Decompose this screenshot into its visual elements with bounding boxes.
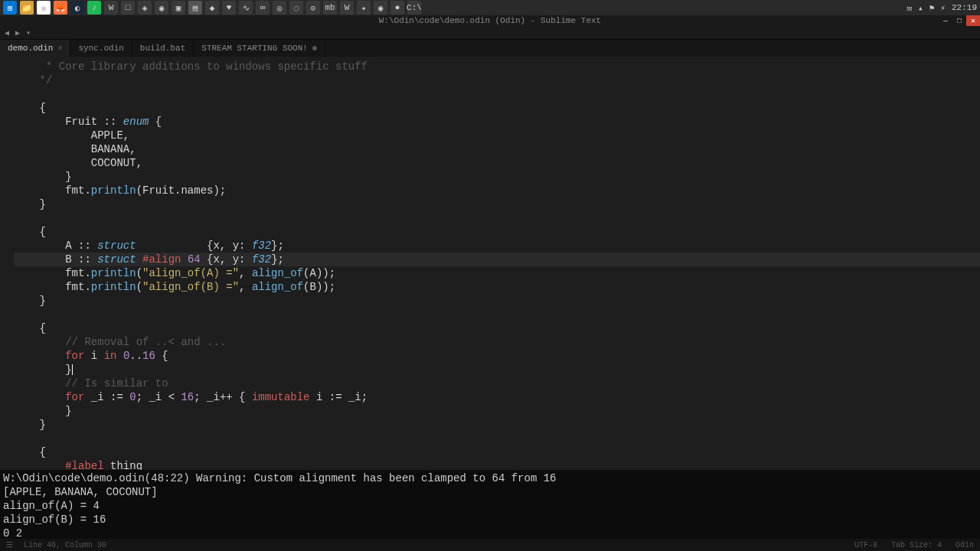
code-text: { xyxy=(14,226,46,238)
tab-label: STREAM STARTING SOON! xyxy=(201,44,308,53)
code-text: } xyxy=(14,364,72,376)
tab-build-bat[interactable]: build.bat xyxy=(132,40,194,57)
code-text: }; xyxy=(271,240,284,252)
tab-close-icon[interactable]: × xyxy=(57,44,62,53)
code-text: } xyxy=(14,171,72,183)
cursor-position[interactable]: Line 46, Column 30 xyxy=(24,541,106,549)
app-icon-14[interactable]: W xyxy=(340,1,354,15)
app-icon-13[interactable]: mb xyxy=(323,1,337,15)
code-text: // Removal of ..< and ... xyxy=(65,336,226,348)
status-right: UTF-8 Tab Size: 4 Odin xyxy=(854,541,974,549)
code-text: APPLE, xyxy=(14,129,129,142)
code-text: for xyxy=(65,350,84,362)
tab-stream-starting[interactable]: STREAM STARTING SOON! xyxy=(194,40,325,57)
console-text: align_of(B) = 16 xyxy=(3,513,977,527)
code-text: (A)); xyxy=(303,267,335,279)
app-icon-10[interactable]: ◎ xyxy=(273,1,286,15)
spotify-icon[interactable]: ♪ xyxy=(87,1,101,15)
sublime-icon[interactable]: ▤ xyxy=(188,1,202,15)
app-icon-16[interactable]: ◉ xyxy=(374,1,387,15)
tab-label: demo.odin xyxy=(8,44,53,53)
tray-network-icon[interactable]: ⚡ xyxy=(940,3,946,13)
app-icon-12[interactable]: ⊙ xyxy=(306,1,320,15)
code-text: f32 xyxy=(252,240,271,252)
code-text: } xyxy=(14,419,46,431)
app-icon-4[interactable]: ◉ xyxy=(155,1,168,15)
code-text: align_of xyxy=(252,267,303,279)
clock[interactable]: 22:19 xyxy=(952,3,977,12)
console-text: W:\Odin\code\demo.odin(48:22) Warning: C… xyxy=(3,471,977,485)
status-left: ☰ Line 46, Column 30 xyxy=(6,540,106,549)
app-icon-17[interactable]: ● xyxy=(390,1,404,15)
code-text xyxy=(14,211,980,225)
code-text xyxy=(14,308,980,321)
panel-switcher-icon[interactable]: ☰ xyxy=(6,541,13,549)
window-title-bar: W:\Odin\code\demo.odin (Odin) - Sublime … xyxy=(0,15,980,26)
code-text: // Is similar to xyxy=(65,377,168,390)
minimize-button[interactable]: — xyxy=(939,15,952,26)
syntax[interactable]: Odin xyxy=(956,541,974,549)
code-editor[interactable]: * Core library additions to windows spec… xyxy=(0,57,980,470)
code-text xyxy=(14,336,65,348)
app-icon-6[interactable]: ◆ xyxy=(205,1,219,15)
window-title: W:\Odin\code\demo.odin (Odin) - Sublime … xyxy=(379,16,601,25)
chrome-icon[interactable]: ◉ xyxy=(37,1,51,15)
app-icon-8[interactable]: ∿ xyxy=(239,1,253,15)
system-tray: ✉ ▴ ⚑ ⚡ 22:19 xyxy=(906,3,977,13)
app-icon-11[interactable]: ◌ xyxy=(289,1,303,15)
close-button[interactable]: ✕ xyxy=(966,15,980,26)
code-text: println xyxy=(91,184,136,197)
explorer-icon[interactable]: 📁 xyxy=(20,1,34,15)
code-text: {x, y: xyxy=(136,240,252,252)
code-text: * Core library additions to windows spec… xyxy=(14,60,368,73)
start-icon[interactable]: ⊞ xyxy=(3,1,17,15)
app-icon-cmd[interactable]: C:\ xyxy=(407,1,421,15)
tray-arrow-icon[interactable]: ▴ xyxy=(918,3,923,13)
encoding[interactable]: UTF-8 xyxy=(854,541,877,549)
window-controls: — □ ✕ xyxy=(939,15,980,26)
code-text: (B)); xyxy=(303,281,335,293)
app-icon-2[interactable]: □ xyxy=(121,1,135,15)
tray-envelope-icon[interactable]: ✉ xyxy=(906,3,912,13)
app-icon-9[interactable]: ∞ xyxy=(256,1,270,15)
code-text: (Fruit.names); xyxy=(136,184,227,197)
app-icon-1[interactable]: W xyxy=(104,1,118,15)
code-text: in xyxy=(104,350,117,362)
code-text: { xyxy=(14,446,46,458)
app-icon-3[interactable]: ◈ xyxy=(138,1,152,15)
tab-bar: demo.odin × sync.odin build.bat STREAM S… xyxy=(0,40,980,57)
app-icon-7[interactable]: ♥ xyxy=(222,1,236,15)
os-taskbar: ⊞ 📁 ◉ 🦊 ◐ ♪ W □ ◈ ◉ ▣ ▤ ◆ ♥ ∿ ∞ ◎ ◌ ⊙ mb… xyxy=(0,0,980,15)
code-text: }; xyxy=(271,253,284,266)
code-text: immutable xyxy=(252,391,310,403)
app-icon-15[interactable]: ✦ xyxy=(357,1,371,15)
code-text: thing xyxy=(104,460,142,470)
code-text: */ xyxy=(14,74,52,86)
build-output-panel[interactable]: W:\Odin\code\demo.odin(48:22) Warning: C… xyxy=(0,470,980,546)
firefox-icon[interactable]: 🦊 xyxy=(54,1,67,15)
code-text: {x, y: xyxy=(201,253,252,266)
maximize-button[interactable]: □ xyxy=(952,15,966,26)
code-text: } xyxy=(14,405,72,417)
code-text xyxy=(116,350,122,362)
console-text: align_of(A) = 4 xyxy=(3,499,977,513)
tab-size[interactable]: Tab Size: 4 xyxy=(891,541,942,549)
nav-back-icon[interactable]: ◀ xyxy=(2,28,12,38)
tab-sync-odin[interactable]: sync.odin xyxy=(70,40,132,57)
code-text: ; _i++ { xyxy=(194,391,252,403)
code-text: struct xyxy=(97,240,136,252)
code-text: 16 xyxy=(181,391,194,403)
code-text: B :: xyxy=(14,253,97,266)
code-text: println xyxy=(91,267,136,279)
code-text: "align_of(A) =" xyxy=(142,267,239,279)
tray-flag-icon[interactable]: ⚑ xyxy=(929,3,935,13)
code-text: enum xyxy=(123,116,149,128)
nav-down-icon[interactable]: ▾ xyxy=(23,28,34,38)
code-text: Fruit :: xyxy=(14,116,123,128)
steam-icon[interactable]: ◐ xyxy=(70,1,84,15)
code-text: #label xyxy=(65,460,103,470)
code-text: 0 xyxy=(129,391,136,403)
nav-forward-icon[interactable]: ▶ xyxy=(12,28,23,38)
app-icon-5[interactable]: ▣ xyxy=(172,1,185,15)
tab-demo-odin[interactable]: demo.odin × xyxy=(0,40,70,57)
